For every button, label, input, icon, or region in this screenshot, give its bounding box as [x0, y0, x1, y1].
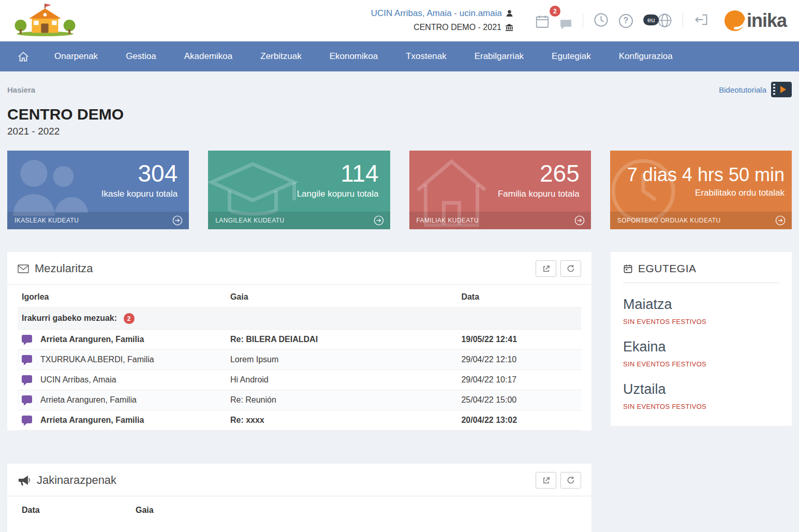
message-sender: Arrieta Aranguren, Familia	[40, 395, 137, 404]
notifications-title: Jakinarazpenak	[37, 474, 116, 487]
messaging-open-button[interactable]	[536, 260, 556, 277]
message-row[interactable]: Arrieta Aranguren, Familia Re: BILERA DE…	[18, 330, 581, 350]
video-icon	[771, 82, 792, 97]
logout-icon	[693, 12, 709, 27]
arrow-circle-icon	[574, 215, 585, 226]
center-line[interactable]: CENTRO DEMO - 2021	[371, 21, 513, 34]
stat-card-staff: 114 Langile kopuru totala LANGILEAK KUDE…	[208, 151, 390, 229]
notifications-button[interactable]: 2	[535, 9, 572, 33]
messaging-refresh-button[interactable]	[560, 260, 581, 277]
nav-item-zerbitzuak[interactable]: Zerbitzuak	[246, 51, 315, 62]
center-name: CENTRO DEMO - 2021	[413, 23, 501, 32]
manage-support-hours-label: SOPORTEKO ORDUAK KUDEATU	[617, 217, 721, 224]
home-icon	[18, 51, 29, 62]
month-name: Ekaina	[623, 339, 779, 355]
stat-cards: 304 Ikasle kopuru totala IKASLEAK KUDEAT…	[7, 151, 792, 229]
stat-card-families: 265 Familia kopuru totala FAMILIAK KUDEA…	[409, 151, 591, 229]
language-badge[interactable]: eu	[643, 14, 659, 25]
nav-item-egutegiak[interactable]: Egutegiak	[538, 51, 605, 62]
nav-item-akademikoa[interactable]: Akademikoa	[170, 51, 247, 62]
month-name: Maiatza	[623, 297, 779, 313]
notifications-table: Data Gaia	[18, 499, 581, 521]
schoolhouse-icon	[12, 3, 78, 37]
user-name: UCIN Arribas, Amaia - ucin.amaia	[371, 8, 502, 18]
column-header-date: Data	[18, 499, 131, 521]
stat-card-students: 304 Ikasle kopuru totala IKASLEAK KUDEAT…	[7, 151, 189, 229]
header-divider	[583, 13, 583, 28]
question-mark: ?	[624, 16, 629, 25]
notifications-open-button[interactable]	[536, 472, 556, 489]
notification-badge: 2	[550, 6, 560, 17]
external-link-icon	[542, 477, 550, 484]
month-status: SIN EVENTOS FESTIVOS	[623, 318, 779, 326]
column-header-date: Data	[457, 287, 581, 308]
institution-icon	[505, 24, 513, 33]
video-tutorial-link[interactable]: Bideotutoriala	[719, 82, 792, 97]
message-subject: Re: BILERA DEIALDAI	[226, 330, 457, 350]
left-column: Mezularitza Igorlea	[7, 252, 591, 532]
month-status: SIN EVENTOS FESTIVOS	[623, 360, 779, 368]
column-header-subject: Gaia	[131, 499, 581, 521]
calendar-month: Uztaila SIN EVENTOS FESTIVOS	[623, 381, 779, 410]
messaging-title: Mezularitza	[35, 262, 93, 275]
calendar-icon	[623, 264, 633, 274]
manage-students-link[interactable]: IKASLEAK KUDEATU	[7, 212, 189, 229]
students-total: 304	[7, 151, 189, 186]
arrow-circle-icon	[374, 215, 384, 226]
manage-staff-label: LANGILEAK KUDEATU	[215, 217, 284, 224]
chat-bubble-icon	[22, 355, 32, 363]
messaging-panel: Mezularitza Igorlea	[7, 252, 591, 431]
chat-bubble-icon	[22, 335, 32, 343]
message-subject: Re: xxxx	[226, 410, 457, 431]
refresh-icon	[567, 264, 575, 273]
page-subtitle: 2021 - 2022	[7, 126, 792, 137]
stat-card-support-hours: 7 dias 4 hrs 50 min Erabilitako ordu tot…	[610, 151, 792, 229]
header-icons: 2 ? eu	[535, 9, 709, 33]
help-button[interactable]: ?	[619, 14, 633, 28]
person-icon	[506, 9, 513, 19]
clock-icon	[594, 12, 609, 27]
message-row[interactable]: TXURRUKA ALBERDI, Familia Lorem Ipsum 29…	[18, 350, 581, 370]
support-hours-label: Erabilitako ordu totalak	[610, 185, 792, 198]
nav-item-ekonomikoa[interactable]: Ekonomikoa	[316, 51, 392, 62]
logout-button[interactable]	[693, 12, 709, 29]
nav-home[interactable]	[6, 51, 40, 62]
user-link[interactable]: UCIN Arribas, Amaia - ucin.amaia	[371, 7, 513, 21]
nav-item-txostenak[interactable]: Txostenak	[392, 51, 460, 62]
arrow-circle-icon	[775, 215, 786, 226]
chat-bubble-icon	[22, 395, 32, 403]
brand-logo: inika	[724, 10, 787, 32]
message-subject: Re: Reunión	[226, 390, 457, 410]
messages-table: Igorlea Gaia Data Irakurri gabeko mezuak…	[18, 287, 581, 431]
top-header: UCIN Arribas, Amaia - ucin.amaia CENTRO …	[0, 0, 799, 41]
school-logo[interactable]	[12, 3, 78, 39]
staff-label: Langile kopuru totala	[208, 186, 390, 199]
external-link-icon	[542, 265, 550, 273]
brand-circle-icon	[724, 10, 745, 31]
nav-item-onarpenak[interactable]: Onarpenak	[40, 51, 112, 62]
staff-total: 114	[208, 151, 390, 186]
chat-bubble-icon	[22, 375, 32, 383]
manage-families-link[interactable]: FAMILIAK KUDEATU	[409, 212, 591, 229]
language-selector[interactable]: eu	[643, 12, 672, 29]
calendar-month: Ekaina SIN EVENTOS FESTIVOS	[623, 339, 779, 368]
message-row[interactable]: UCIN Arribas, Amaia Hi Android 29/04/22 …	[18, 370, 581, 390]
message-row[interactable]: Arrieta Aranguren, Familia Re: xxxx 20/0…	[18, 410, 581, 431]
notifications-refresh-button[interactable]	[560, 472, 581, 489]
month-status: SIN EVENTOS FESTIVOS	[623, 403, 779, 410]
nav-item-gestioa[interactable]: Gestioa	[112, 51, 170, 62]
refresh-icon	[567, 476, 575, 484]
nav-item-erabilgarriak[interactable]: Erabilgarriak	[461, 51, 538, 62]
manage-support-hours-link[interactable]: SOPORTEKO ORDUAK KUDEATU	[610, 212, 792, 229]
breadcrumb[interactable]: Hasiera	[7, 85, 35, 94]
message-row[interactable]: Arrieta Aranguren, Familia Re: Reunión 2…	[18, 390, 581, 410]
message-subject: Hi Android	[226, 370, 457, 390]
unread-banner: Irakurri gabeko mezuak: 2	[18, 308, 581, 330]
nav-item-konfigurazioa[interactable]: Konfigurazioa	[605, 51, 687, 62]
clock-button[interactable]	[594, 12, 609, 29]
globe-icon	[657, 13, 672, 30]
unread-label: Irakurri gabeko mezuak:	[22, 314, 117, 322]
calendar-icon	[535, 14, 550, 31]
manage-staff-link[interactable]: LANGILEAK KUDEATU	[208, 212, 390, 229]
column-header-subject: Gaia	[226, 287, 457, 308]
